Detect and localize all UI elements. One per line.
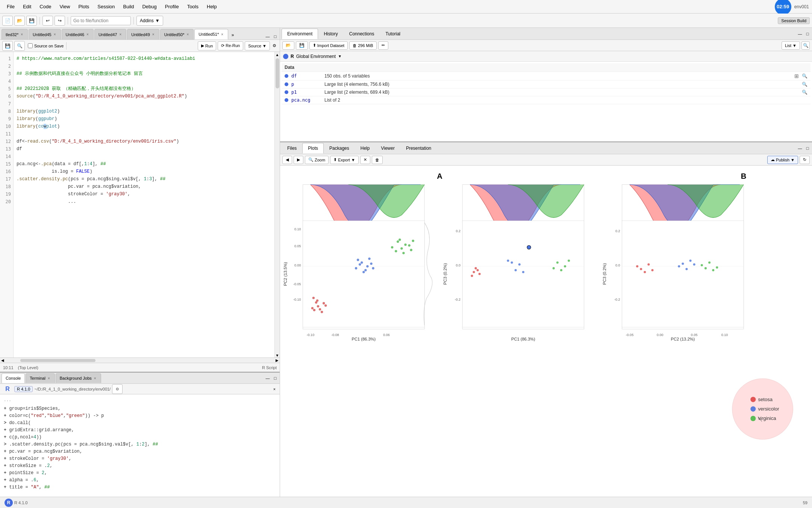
vertical-scrollbar[interactable]: ▲ ▼ xyxy=(274,52,280,357)
save-workspace-btn[interactable]: 💾 xyxy=(296,41,308,50)
tab-help[interactable]: Help xyxy=(355,143,376,154)
editor-tab-untitled45[interactable]: Untitled45 × xyxy=(29,29,61,40)
zoom-btn[interactable]: 🔍 Zoom xyxy=(305,156,329,164)
delete-plot-btn[interactable]: ✕ xyxy=(360,156,370,164)
bg-jobs-close-icon[interactable]: × xyxy=(93,376,97,380)
pca-name[interactable]: pca.ncg xyxy=(291,97,321,103)
minimize-editor-btn[interactable]: — xyxy=(265,33,271,40)
console-tab-background-jobs[interactable]: Background Jobs × xyxy=(56,373,101,383)
menu-plots[interactable]: Plots xyxy=(74,2,93,11)
code-line-10: library(cowplot) xyxy=(17,123,271,130)
prev-plot-btn[interactable]: ◀ xyxy=(282,156,292,164)
svg-point-75 xyxy=(647,263,650,266)
redo-btn[interactable]: ↪ xyxy=(55,16,65,26)
rerun-btn[interactable]: ⟳ Re-Run xyxy=(218,41,243,50)
export-btn[interactable]: ⬆ Export ▼ xyxy=(330,156,359,164)
close-icon[interactable]: × xyxy=(186,32,190,37)
menu-help[interactable]: Help xyxy=(203,2,221,11)
tab-environment[interactable]: Environment xyxy=(282,29,318,39)
load-workspace-btn[interactable]: 📂 xyxy=(282,41,294,50)
horizontal-scrollbar[interactable]: ◀ ▶ xyxy=(0,357,280,363)
close-icon[interactable]: × xyxy=(118,32,122,37)
p-name[interactable]: p xyxy=(291,82,321,87)
save-btn[interactable]: 💾 xyxy=(26,16,37,26)
env-search-btn[interactable]: 🔍 xyxy=(801,41,810,50)
editor-tab-tled32[interactable]: tled32* × xyxy=(2,29,28,40)
maximize-editor-btn[interactable]: □ xyxy=(272,33,278,40)
edit-var-btn[interactable]: ✏ xyxy=(378,41,388,50)
editor-tab-untitled47[interactable]: Untitled47 × xyxy=(94,29,126,40)
menu-file[interactable]: File xyxy=(3,2,18,11)
list-view-btn[interactable]: List ▼ xyxy=(782,41,800,50)
p-search-icon[interactable]: 🔍 xyxy=(802,82,807,87)
clear-plots-btn[interactable]: 🗑 xyxy=(372,156,383,164)
editor-tab-untitled51[interactable]: Untitled51* × xyxy=(194,29,228,40)
goto-input[interactable] xyxy=(71,16,131,25)
menu-tools[interactable]: Tools xyxy=(183,2,202,11)
next-plot-btn[interactable]: ▶ xyxy=(294,156,303,164)
minimize-plots-btn[interactable]: — xyxy=(797,145,803,151)
console-tab-console[interactable]: Console xyxy=(2,373,25,383)
p1-name[interactable]: p1 xyxy=(291,90,321,95)
menu-debug[interactable]: Debug xyxy=(138,2,160,11)
code-editor[interactable]: # https://www.nature.com/articles/s41587… xyxy=(14,52,274,357)
menu-session[interactable]: Session xyxy=(94,2,118,11)
console-line-1: + group=iris$Species, xyxy=(4,405,276,412)
menu-view[interactable]: View xyxy=(56,2,74,11)
close-icon[interactable]: × xyxy=(151,32,155,37)
connections-tab-label: Connections xyxy=(349,31,374,37)
close-icon[interactable]: × xyxy=(53,32,57,37)
source-btn[interactable]: Source ▼ xyxy=(245,41,270,50)
tab-connections[interactable]: Connections xyxy=(344,29,380,39)
tab-plots[interactable]: Plots xyxy=(302,143,324,154)
menu-profile[interactable]: Profile xyxy=(161,2,183,11)
editor-tab-untitled49[interactable]: Untitled49 × xyxy=(127,29,159,40)
maximize-env-btn[interactable]: □ xyxy=(804,31,810,37)
close-icon[interactable]: × xyxy=(86,32,89,37)
find-btn[interactable]: 🔍 xyxy=(14,41,25,51)
df-search-icon[interactable]: 🔍 xyxy=(802,73,807,79)
df-table-icon[interactable]: ⊞ xyxy=(794,73,799,79)
scrollbar-thumb[interactable] xyxy=(20,359,95,362)
tab-packages[interactable]: Packages xyxy=(324,143,355,154)
tab-presentation[interactable]: Presentation xyxy=(400,143,437,154)
publish-btn[interactable]: ☁ Publish ▼ xyxy=(767,156,798,164)
menu-edit[interactable]: Edit xyxy=(19,2,35,11)
tab-files[interactable]: Files xyxy=(282,143,302,154)
new-file-btn[interactable]: 📄 xyxy=(2,16,13,26)
open-btn[interactable]: 📂 xyxy=(14,16,25,26)
minimize-env-btn[interactable]: — xyxy=(797,31,803,37)
minimize-console-btn[interactable]: — xyxy=(265,375,271,381)
console-tab-terminal[interactable]: Terminal × xyxy=(26,373,55,383)
p-value: Large list (4 elements, 756.6 kB) xyxy=(324,82,389,87)
addins-btn[interactable]: Addins ▼ xyxy=(136,16,163,26)
editor-tab-untitled46[interactable]: Untitled46 × xyxy=(62,29,94,40)
undo-btn[interactable]: ↩ xyxy=(42,16,53,26)
console-tab-bar: Console Terminal × Background Jobs × — □ xyxy=(0,373,280,384)
maximize-plots-btn[interactable]: □ xyxy=(804,145,810,151)
source-on-save-checkbox[interactable] xyxy=(28,43,33,48)
more-tabs-btn[interactable]: » xyxy=(229,30,236,40)
df-name[interactable]: df xyxy=(291,73,321,79)
run-btn[interactable]: ▶ Run xyxy=(198,41,216,50)
tab-tutorial[interactable]: Tutorial xyxy=(380,29,406,39)
close-icon[interactable]: × xyxy=(20,32,24,37)
import-dataset-btn[interactable]: ⬆ Import Dataset xyxy=(309,41,348,50)
menu-code[interactable]: Code xyxy=(36,2,55,11)
svg-point-78 xyxy=(636,265,638,268)
addins-label: Addins xyxy=(140,18,154,23)
console-output[interactable]: ... + group=iris$Species, + color=c("red… xyxy=(0,394,280,508)
tab-history[interactable]: History xyxy=(318,29,343,39)
refresh-plot-btn[interactable]: ↻ xyxy=(800,156,810,164)
close-icon[interactable]: × xyxy=(220,32,224,37)
p1-search-icon[interactable]: 🔍 xyxy=(802,90,807,95)
save-file-btn[interactable]: 💾 xyxy=(2,41,13,51)
browse-dir-btn[interactable]: ⊙ xyxy=(112,384,123,394)
maximize-console-btn[interactable]: □ xyxy=(272,375,278,381)
editor-tab-untitled50[interactable]: Untitled50* × xyxy=(160,29,194,40)
terminal-close-icon[interactable]: × xyxy=(47,376,51,380)
close-console-btn[interactable]: × xyxy=(271,386,277,392)
editor-settings-btn[interactable]: ⚙ xyxy=(271,43,277,49)
tab-viewer[interactable]: Viewer xyxy=(375,143,400,154)
menu-build[interactable]: Build xyxy=(120,2,138,11)
